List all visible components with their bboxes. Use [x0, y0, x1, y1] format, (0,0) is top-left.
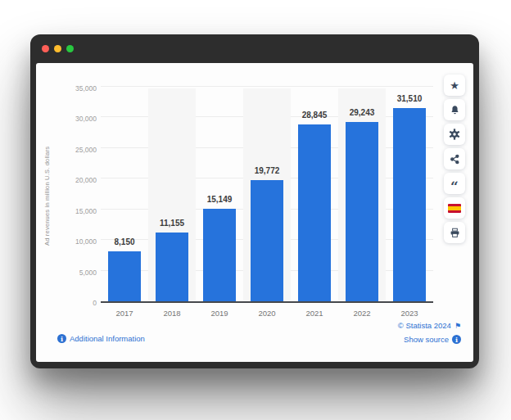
star-icon: ★ [450, 80, 459, 91]
info-icon: i [57, 334, 66, 343]
app-window: Ad revenues in million U.S. dollars 05,0… [30, 34, 479, 368]
bar-value-label: 29,243 [350, 108, 375, 117]
bar-value-label: 28,845 [302, 111, 328, 120]
report-flag-icon[interactable]: ⚑ [454, 322, 461, 330]
chart-toolbar: ★ [444, 75, 465, 246]
x-axis-labels: 2017201820192020202120222023 [101, 309, 433, 320]
spain-flag-icon [448, 204, 461, 213]
x-tick-label: 2019 [196, 309, 243, 318]
bar-column: 8,150 [101, 88, 148, 301]
gridline [101, 86, 433, 87]
window-titlebar [30, 34, 479, 63]
zoom-window-button[interactable] [66, 45, 74, 52]
bar-2022[interactable] [346, 122, 378, 301]
additional-information-label: Additional Information [70, 334, 145, 343]
copyright-label: © Statista 2024 [398, 321, 451, 330]
bar-column: 31,510 [386, 88, 433, 301]
x-tick-label: 2020 [243, 309, 291, 318]
language-button[interactable] [444, 197, 465, 219]
additional-information-link[interactable]: i Additional Information [57, 334, 145, 343]
bar-column: 28,845 [291, 88, 338, 301]
bar-value-label: 15,149 [207, 195, 233, 204]
x-tick-label: 2023 [386, 309, 433, 318]
source-info-icon: i [452, 335, 461, 344]
y-tick-label: 10,000 [57, 237, 97, 246]
y-tick-label: 0 [57, 299, 97, 307]
y-axis-ticks: 05,00010,00015,00020,00025,00030,00035,0… [57, 88, 97, 303]
bar-2020[interactable] [251, 180, 283, 301]
x-tick-label: 2021 [291, 309, 338, 318]
bar-2017[interactable] [108, 251, 141, 301]
x-tick-label: 2017 [101, 309, 148, 318]
quote-icon: “ [450, 178, 459, 190]
bar-column: 15,149 [196, 88, 243, 301]
bar-column: 29,243 [338, 88, 386, 301]
favorite-button[interactable]: ★ [444, 75, 465, 96]
bar-column: 11,155 [148, 88, 196, 301]
citation-button[interactable]: “ [444, 173, 465, 194]
copyright-notice: © Statista 2024 ⚑ [398, 321, 461, 330]
print-button[interactable] [444, 222, 465, 243]
bar-2023[interactable] [393, 108, 426, 301]
y-tick-label: 35,000 [57, 84, 97, 93]
bar-value-label: 11,155 [160, 219, 184, 228]
chart-card: Ad revenues in million U.S. dollars 05,0… [36, 63, 473, 362]
x-tick-label: 2018 [148, 309, 196, 318]
y-tick-label: 25,000 [57, 146, 97, 154]
x-tick-label: 2022 [338, 309, 386, 318]
alert-button[interactable] [444, 99, 465, 120]
y-tick-label: 30,000 [57, 115, 97, 123]
y-axis-title: Ad revenues in million U.S. dollars [41, 88, 52, 303]
y-tick-label: 15,000 [57, 207, 97, 215]
bar-value-label: 19,772 [255, 166, 280, 175]
show-source-link[interactable]: Show source i [404, 335, 461, 344]
settings-button[interactable] [444, 124, 465, 145]
bar-value-label: 8,150 [114, 237, 134, 246]
show-source-label: Show source [404, 335, 449, 344]
printer-icon [450, 228, 460, 238]
y-tick-label: 20,000 [57, 176, 97, 184]
bar-column: 19,772 [243, 88, 291, 301]
bar-2018[interactable] [156, 233, 188, 301]
share-button[interactable] [444, 148, 465, 169]
minimize-window-button[interactable] [54, 45, 61, 52]
bar-value-label: 31,510 [397, 94, 423, 103]
plot-area: 8,15011,15515,14919,77228,84529,24331,51… [101, 88, 433, 303]
bar-2019[interactable] [203, 209, 236, 301]
close-window-button[interactable] [42, 45, 49, 52]
share-icon [450, 154, 460, 165]
bar-2021[interactable] [298, 124, 331, 301]
y-tick-label: 5,000 [57, 269, 97, 277]
gear-icon [449, 129, 460, 140]
bell-icon [450, 105, 460, 115]
